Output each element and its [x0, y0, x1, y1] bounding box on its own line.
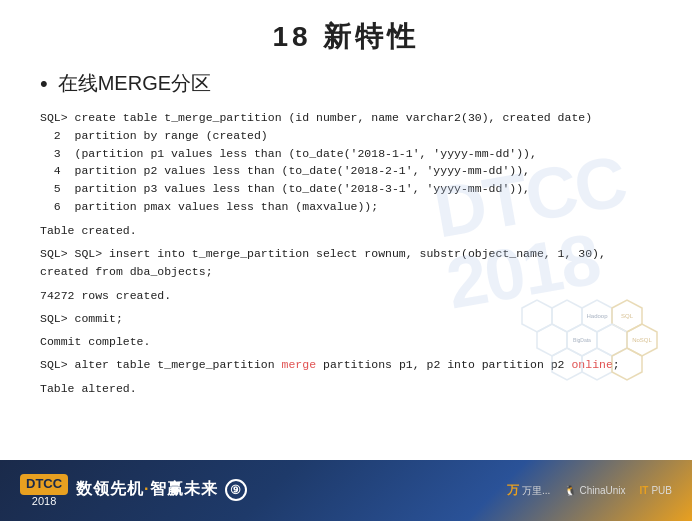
result-1: Table created.	[40, 224, 652, 237]
code-line-2: 2 partition by range (created)	[40, 127, 652, 145]
footer-left: DTCC 2018 数领先机·智赢未来 ⑨	[20, 474, 247, 507]
result-4: Table altered.	[40, 382, 652, 395]
page-title: 18 新特性	[40, 18, 652, 56]
circle-icon: ⑨	[225, 479, 247, 501]
code-line-6: 6 partition pmax values less than (maxva…	[40, 198, 652, 216]
footer: DTCC 2018 数领先机·智赢未来 ⑨ 万 万里... 🐧 ChinaUni…	[0, 460, 692, 521]
code-line-1: SQL> create table t_merge_partition (id …	[40, 109, 652, 127]
code-line-4: 4 partition p2 values less than (to_date…	[40, 162, 652, 180]
code-line-5: 5 partition p3 values less than (to_date…	[40, 180, 652, 198]
sponsor-chinaunix: 🐧 ChinaUnix	[564, 485, 625, 496]
code-block-1: SQL> create table t_merge_partition (id …	[40, 109, 652, 216]
code-block-4: SQL> alter table t_merge_partition merge…	[40, 356, 652, 374]
result-3: Commit complete.	[40, 335, 652, 348]
keyword-online: online	[571, 358, 612, 371]
dtcc-year: 2018	[32, 495, 56, 507]
footer-slogan: 数领先机·智赢未来 ⑨	[76, 479, 247, 501]
dtcc-logo-group: DTCC 2018	[20, 474, 68, 507]
main-content: 18 新特性 • 在线MERGE分区 SQL> create table t_m…	[0, 0, 692, 460]
bullet-icon: •	[40, 71, 48, 97]
section-title: 在线MERGE分区	[58, 70, 211, 97]
dtcc-badge: DTCC	[20, 474, 68, 495]
code-text-2: SQL> insert into t_merge_partition selec…	[40, 247, 606, 278]
result-2: 74272 rows created.	[40, 289, 652, 302]
section-heading: • 在线MERGE分区	[40, 70, 652, 97]
footer-right: 万 万里... 🐧 ChinaUnix IT PUB	[507, 482, 672, 499]
sponsor-itpub: IT PUB	[640, 485, 672, 496]
code-line-3: 3 (partition p1 values less than (to_dat…	[40, 145, 652, 163]
code-block-3: SQL> commit;	[40, 310, 652, 328]
keyword-merge: merge	[282, 358, 317, 371]
sponsor-wanli: 万 万里...	[507, 482, 550, 499]
code-block-2: SQL> SQL> insert into t_merge_partition …	[40, 245, 652, 281]
